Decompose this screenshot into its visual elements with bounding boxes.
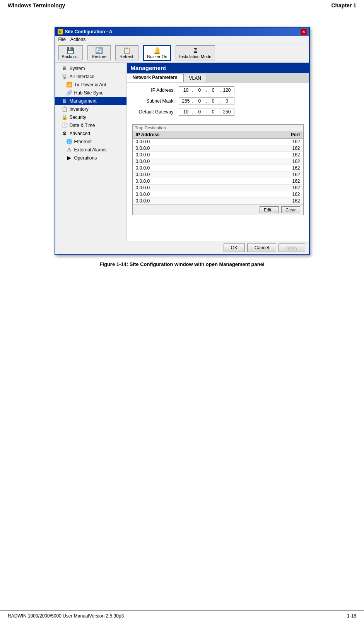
trap-port-cell: 162: [245, 191, 303, 198]
trap-ip-cell: 0.0.0.0: [133, 185, 246, 191]
trap-destination-section: Trap Destination IP Address Port 0.0.0.0…: [132, 124, 304, 215]
backup-button[interactable]: 💾 Backup...: [58, 45, 83, 60]
sidebar-label-management: Management: [70, 98, 97, 104]
menu-actions[interactable]: Actions: [70, 37, 85, 42]
ethernet-icon: 🌐: [66, 139, 72, 144]
subnet-octet-4[interactable]: [222, 98, 232, 104]
security-icon: 🔒: [62, 114, 68, 120]
header-left: Windows Terminology: [8, 2, 65, 9]
date-time-icon: 🕐: [62, 122, 68, 128]
menu-file[interactable]: File: [58, 37, 66, 42]
sidebar-item-operations[interactable]: ▶ Operations: [55, 154, 126, 162]
buzzer-label: Buzzer On: [147, 54, 167, 59]
sidebar-item-ethernet[interactable]: 🌐 Ethernet: [55, 137, 126, 146]
footer-right: 1-18: [347, 613, 356, 619]
trap-port-cell: 162: [245, 158, 303, 165]
backup-label: Backup...: [62, 54, 80, 59]
ip-address-input[interactable]: . . .: [179, 86, 234, 94]
sidebar-item-security[interactable]: 🔒 Security: [55, 113, 126, 121]
system-icon: 🖥: [62, 65, 68, 71]
sidebar-item-hub-site-sync[interactable]: 🔗 Hub Site Sync: [55, 89, 126, 97]
figure-caption: Figure 1-14: Site Configuration window w…: [99, 261, 264, 267]
sidebar-label-hub-site-sync: Hub Site Sync: [74, 90, 104, 96]
refresh-button[interactable]: 📋 Refresh: [115, 45, 138, 60]
cancel-button[interactable]: Cancel: [247, 244, 276, 252]
trap-col-port: Port: [245, 131, 303, 139]
trap-ip-cell: 0.0.0.0: [133, 158, 246, 165]
header-right: Chapter 1: [331, 2, 356, 9]
apply-button[interactable]: Apply: [279, 244, 305, 252]
ip-dot-2: .: [206, 87, 207, 93]
sidebar-label-inventory: Inventory: [70, 106, 89, 112]
subnet-mask-input[interactable]: . . .: [179, 97, 234, 105]
page-content: S Site Configuration - A ✕ File Actions …: [0, 11, 364, 275]
ok-button[interactable]: OK: [224, 244, 245, 252]
network-parameters-panel: IP Address: . . . Subnet Ma: [127, 82, 309, 123]
management-title: Management: [131, 65, 166, 71]
menu-bar: File Actions: [55, 36, 309, 43]
sidebar-label-system: System: [70, 66, 85, 71]
dialog-footer: OK Cancel Apply: [55, 241, 309, 254]
sidebar-item-management[interactable]: 🖥 Management: [55, 97, 126, 105]
footer-left: RADWIN 1000/2000/5000 User ManualVersion…: [8, 613, 124, 619]
gateway-octet-2[interactable]: [194, 109, 205, 115]
gateway-dot-3: .: [219, 109, 220, 115]
default-gateway-label: Default Gateway:: [132, 109, 179, 115]
ip-octet-4[interactable]: [222, 87, 232, 93]
ip-octet-1[interactable]: [181, 87, 191, 93]
ip-octet-2[interactable]: [194, 87, 205, 93]
trap-ip-cell: 0.0.0.0: [133, 198, 246, 204]
trap-port-cell: 162: [245, 165, 303, 172]
trap-col-ip: IP Address: [133, 131, 246, 139]
install-button[interactable]: 🖥 Installation Mode: [176, 45, 215, 60]
air-interface-icon: 📡: [62, 74, 68, 79]
sidebar-item-external-alarms[interactable]: ⚠ External Alarms: [55, 146, 126, 154]
subnet-octet-2[interactable]: [194, 98, 205, 104]
subnet-dot-3: .: [219, 98, 220, 104]
subnet-octet-1[interactable]: [181, 98, 191, 104]
edit-button[interactable]: Edit...: [260, 206, 279, 213]
trap-ip-cell: 0.0.0.0: [133, 178, 246, 185]
close-button[interactable]: ✕: [301, 29, 307, 35]
subnet-dot-1: .: [192, 98, 193, 104]
trap-ip-cell: 0.0.0.0: [133, 152, 246, 158]
sidebar-item-system[interactable]: 🖥 System: [55, 64, 126, 72]
dialog-window: S Site Configuration - A ✕ File Actions …: [55, 27, 310, 255]
ip-octet-3[interactable]: [208, 87, 219, 93]
sidebar-item-date-time[interactable]: 🕐 Date & Time: [55, 121, 126, 129]
gateway-octet-4[interactable]: [222, 109, 232, 115]
management-header: Management: [127, 63, 309, 73]
subnet-octet-3[interactable]: [208, 98, 219, 104]
advanced-icon: ⚙: [62, 130, 68, 136]
sidebar-label-external-alarms: External Alarms: [74, 147, 107, 153]
trap-ip-cell: 0.0.0.0: [133, 145, 246, 152]
subnet-mask-row: Subnet Mask: . . .: [132, 97, 304, 105]
app-icon: S: [58, 29, 63, 34]
dialog-body: 🖥 System 📡 Air Interface 📶 Tx Power & An…: [55, 63, 309, 241]
gateway-octet-3[interactable]: [208, 109, 219, 115]
refresh-icon: 📋: [123, 47, 131, 54]
table-row: 0.0.0.0162: [133, 152, 303, 158]
sidebar-item-tx-power[interactable]: 📶 Tx Power & Ant: [55, 81, 126, 89]
page-footer: RADWIN 1000/2000/5000 User ManualVersion…: [0, 611, 364, 621]
tab-network-parameters[interactable]: Network Parameters: [127, 73, 183, 82]
ip-address-row: IP Address: . . .: [132, 86, 304, 94]
tab-vlan[interactable]: VLAN: [183, 74, 207, 82]
gateway-octet-1[interactable]: [181, 109, 191, 115]
gateway-dot-1: .: [192, 109, 193, 115]
table-row: 0.0.0.0162: [133, 165, 303, 172]
gateway-dot-2: .: [206, 109, 207, 115]
trap-ip-cell: 0.0.0.0: [133, 191, 246, 198]
trap-clear-button[interactable]: Clear: [281, 206, 300, 213]
table-row: 0.0.0.0162: [133, 185, 303, 191]
sidebar-item-air-interface[interactable]: 📡 Air Interface: [55, 72, 126, 81]
title-bar: S Site Configuration - A ✕: [55, 27, 309, 36]
subnet-dot-2: .: [206, 98, 207, 104]
buzzer-button[interactable]: 🔔 Buzzer On: [143, 45, 171, 61]
sidebar-item-inventory[interactable]: 📋 Inventory: [55, 105, 126, 113]
sidebar-item-advanced[interactable]: ⚙ Advanced: [55, 129, 126, 137]
table-row: 0.0.0.0162: [133, 178, 303, 185]
restore-label: Restore: [92, 54, 107, 59]
restore-button[interactable]: 🔄 Restore: [87, 45, 111, 60]
gateway-input[interactable]: . . .: [179, 108, 234, 116]
